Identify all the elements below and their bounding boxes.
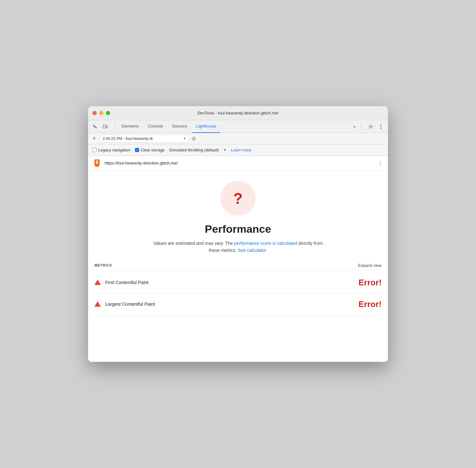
maximize-button[interactable]	[106, 111, 110, 115]
devtools-window: DevTools - foul-heavenly-direction.glitc…	[88, 106, 388, 362]
tab-console[interactable]: Console	[144, 120, 167, 133]
settings-icon[interactable]	[366, 122, 375, 131]
svg-rect-8	[96, 162, 98, 163]
score-area: ? Performance Values are estimated and m…	[94, 181, 382, 254]
close-button[interactable]	[93, 111, 97, 115]
lighthouse-logo-icon	[93, 159, 101, 168]
metrics-section-label: METRICS	[94, 263, 112, 267]
tab-elements[interactable]: Elements	[118, 120, 143, 133]
legacy-nav-checkbox[interactable]	[93, 148, 97, 152]
url-display[interactable]: 2:45:25 PM - foul-heavenly-di ▼	[100, 135, 189, 143]
devtools-settings-area	[366, 122, 385, 131]
tab-sources[interactable]: Sources	[168, 120, 191, 133]
tab-lighthouse[interactable]: Lighthouse	[192, 120, 220, 133]
svg-point-3	[381, 124, 382, 125]
see-calculator-link[interactable]: See calculator.	[238, 248, 267, 253]
url-timestamp: 2:45:25 PM - foul-heavenly-di	[103, 136, 181, 141]
lcp-warning-icon	[94, 301, 101, 307]
menu-dots-icon[interactable]	[376, 122, 385, 131]
fcp-label: First Contentful Paint	[105, 280, 359, 285]
svg-rect-9	[96, 163, 98, 164]
metric-row-lcp: Largest Contentful Paint Error!	[94, 294, 382, 315]
lighthouse-more-button[interactable]: ⋮	[377, 160, 383, 167]
metrics-header: METRICS Expand view	[94, 263, 382, 271]
more-tabs-button[interactable]: »	[351, 124, 358, 129]
device-toggle-icon[interactable]	[101, 122, 110, 131]
svg-rect-0	[103, 125, 106, 128]
lcp-value: Error!	[359, 299, 382, 309]
clear-storage-label: Clear storage	[141, 148, 165, 152]
tab-separator	[115, 123, 115, 130]
lighthouse-url-text: https://foul-heavenly-direction.glitch.m…	[105, 161, 374, 165]
block-url-icon[interactable]: ⊘	[192, 135, 196, 142]
main-content: ? Performance Values are estimated and m…	[88, 171, 388, 362]
lighthouse-url-row: https://foul-heavenly-direction.glitch.m…	[88, 156, 388, 171]
throttling-arrow-icon[interactable]: ▼	[223, 148, 227, 152]
metric-row-fcp: First Contentful Paint Error!	[94, 272, 382, 294]
performance-description: Values are estimated and may vary. The p…	[149, 240, 327, 254]
perf-desc-text1: Values are estimated and may vary. The	[153, 241, 234, 246]
devtools-icon-area	[91, 122, 110, 131]
lcp-label: Largest Contentful Paint	[105, 302, 359, 307]
minimize-button[interactable]	[99, 111, 103, 115]
clear-storage-group: ✓ Clear storage	[135, 148, 165, 152]
add-tab-button[interactable]: +	[91, 135, 97, 142]
url-bar-row: + 2:45:25 PM - foul-heavenly-di ▼ ⊘	[88, 133, 388, 144]
performance-title: Performance	[205, 223, 271, 235]
title-bar: DevTools - foul-heavenly-direction.glitc…	[88, 106, 388, 120]
learn-more-link[interactable]: Learn more	[231, 148, 251, 152]
tab-separator-right	[361, 123, 361, 130]
svg-rect-10	[95, 166, 99, 167]
svg-point-5	[381, 128, 382, 129]
inspect-icon[interactable]	[91, 122, 100, 131]
window-title: DevTools - foul-heavenly-direction.glitc…	[197, 111, 279, 115]
options-row: Legacy navigation ✓ Clear storage Simula…	[88, 144, 388, 156]
throttling-label: Simulated throttling (default)	[169, 148, 219, 152]
devtools-tabs-bar: Elements Console Sources Lighthouse »	[88, 120, 388, 133]
svg-point-2	[370, 126, 372, 127]
url-dropdown-icon[interactable]: ▼	[183, 137, 186, 140]
svg-point-4	[381, 126, 382, 127]
perf-score-link[interactable]: performance score is calculated	[234, 241, 297, 246]
svg-rect-1	[106, 126, 108, 128]
score-circle: ?	[220, 181, 256, 216]
traffic-lights	[93, 111, 110, 115]
legacy-nav-label: Legacy navigation	[98, 148, 130, 152]
clear-storage-checkbox[interactable]: ✓	[135, 148, 139, 152]
legacy-nav-group: Legacy navigation	[93, 148, 130, 152]
fcp-warning-icon	[94, 279, 101, 286]
fcp-value: Error!	[359, 278, 382, 288]
score-value: ?	[233, 190, 242, 207]
expand-view-button[interactable]: Expand view	[358, 263, 382, 268]
